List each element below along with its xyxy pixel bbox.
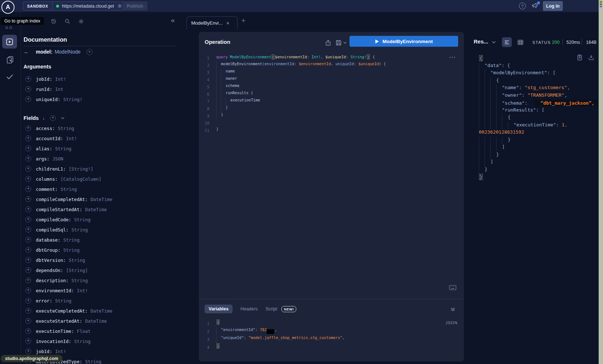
field-row[interactable]: +compileCompletedAt:DateTime bbox=[21, 194, 180, 204]
field-name: alias: bbox=[36, 146, 52, 151]
share-operation-icon[interactable] bbox=[325, 39, 331, 46]
tab-close-icon[interactable]: × bbox=[226, 20, 230, 26]
endpoint-url-input[interactable]: https://metadata.cloud.get bbox=[62, 4, 114, 9]
operation-editor[interactable]: 1query ModelByEnvironment($environmentId… bbox=[201, 54, 386, 134]
keyboard-shortcuts-icon[interactable] bbox=[449, 285, 456, 290]
field-type-link[interactable]: ModelNode bbox=[55, 49, 81, 55]
response-dropdown[interactable]: Res... bbox=[474, 38, 488, 45]
view-table-toggle[interactable] bbox=[517, 39, 524, 46]
field-type: String bbox=[74, 217, 91, 222]
field-row[interactable]: +comment:String bbox=[21, 184, 180, 194]
collapse-variables-icon[interactable] bbox=[451, 307, 455, 311]
add-to-query-icon[interactable]: + bbox=[25, 247, 31, 253]
add-to-query-icon[interactable]: + bbox=[25, 298, 31, 304]
field-row[interactable]: +dbtGroup:String bbox=[21, 245, 180, 255]
add-to-query-icon[interactable]: + bbox=[87, 49, 93, 55]
add-to-query-icon[interactable]: + bbox=[25, 257, 31, 263]
login-button[interactable]: Log in bbox=[543, 1, 563, 11]
tab-variables[interactable]: Variables bbox=[205, 305, 233, 313]
field-row[interactable]: +jobId:Int! bbox=[21, 74, 180, 84]
field-row[interactable]: +columns:[CatalogColumn] bbox=[21, 174, 180, 184]
new-tab-button[interactable]: + bbox=[241, 17, 246, 24]
add-to-query-icon[interactable]: + bbox=[25, 125, 31, 131]
add-to-query-icon[interactable]: + bbox=[25, 186, 31, 192]
sidebar-item-checks[interactable] bbox=[5, 72, 14, 81]
field-row[interactable]: +access:String bbox=[21, 123, 180, 133]
add-to-query-icon[interactable]: + bbox=[25, 267, 31, 273]
tab-headers[interactable]: Headers bbox=[240, 306, 257, 311]
add-to-query-icon[interactable]: + bbox=[25, 338, 31, 344]
add-to-query-icon[interactable]: + bbox=[25, 176, 31, 182]
operation-menu-icon[interactable]: ⋯ bbox=[449, 53, 456, 61]
graph-endpoint-box[interactable]: SANDBOX https://metadata.cloud.get bbox=[23, 1, 126, 11]
add-to-query-icon[interactable]: + bbox=[25, 308, 31, 314]
add-to-query-icon[interactable]: + bbox=[25, 206, 31, 212]
field-name: description: bbox=[36, 278, 68, 283]
field-row[interactable]: +alias:String bbox=[21, 143, 180, 154]
field-row[interactable]: +runId:Int bbox=[21, 84, 180, 94]
field-row[interactable]: +invocationId:String bbox=[21, 336, 180, 346]
field-row[interactable]: +description:String bbox=[21, 275, 180, 285]
back-arrow-icon[interactable]: ← bbox=[24, 49, 29, 55]
variables-editor[interactable]: 1{2"environmentId": 782,3"uniqueId": "mo… bbox=[201, 319, 344, 351]
history-icon[interactable] bbox=[51, 18, 56, 24]
sidebar-item-explorer[interactable] bbox=[2, 35, 17, 49]
add-to-query-icon[interactable]: + bbox=[25, 227, 31, 233]
field-row[interactable]: +compiledSql:String bbox=[21, 225, 180, 235]
add-to-query-icon[interactable]: + bbox=[25, 288, 31, 293]
tab-modelbyenvironment[interactable]: ModelByEnvi... × bbox=[187, 16, 238, 29]
field-row[interactable]: +dependsOn:[String] bbox=[21, 265, 180, 275]
view-json-toggle[interactable] bbox=[502, 37, 512, 47]
field-row[interactable]: +database:String bbox=[21, 235, 180, 245]
add-to-query-icon[interactable]: + bbox=[25, 277, 31, 283]
add-to-query-icon[interactable]: + bbox=[25, 348, 31, 354]
response-chevron-icon[interactable] bbox=[492, 41, 496, 43]
run-operation-button[interactable]: ModelByEnvironment bbox=[349, 36, 458, 47]
add-to-query-icon[interactable]: + bbox=[25, 86, 31, 92]
add-to-query-icon[interactable]: + bbox=[25, 156, 31, 162]
help-icon[interactable]: ? bbox=[519, 3, 526, 9]
announcements-megaphone-icon[interactable] bbox=[531, 2, 540, 10]
field-row[interactable]: +executeCompletedAt:DateTime bbox=[21, 306, 180, 316]
add-to-query-icon[interactable]: + bbox=[25, 96, 31, 102]
sidebar-item-operation-collections[interactable] bbox=[6, 55, 14, 64]
field-row[interactable]: +compiledCode:String bbox=[21, 214, 180, 225]
field-row[interactable]: +accountId:Int! bbox=[21, 133, 180, 143]
add-to-query-icon[interactable]: + bbox=[25, 166, 31, 172]
collapse-sidebar-icon[interactable]: « bbox=[171, 17, 175, 24]
field-row[interactable]: +compileStartedAt:DateTime bbox=[21, 204, 180, 214]
field-row[interactable]: +executionTime:Float bbox=[21, 326, 180, 336]
add-all-fields-icon[interactable]: + bbox=[50, 115, 56, 121]
graph-index-icon[interactable] bbox=[5, 26, 8, 29]
add-to-query-icon[interactable]: + bbox=[25, 318, 31, 324]
add-to-query-icon[interactable]: + bbox=[25, 196, 31, 202]
field-row[interactable]: +args:JSON bbox=[21, 154, 180, 164]
chevron-down-icon[interactable] bbox=[61, 117, 64, 119]
sort-fields-icon[interactable]: ↓ bbox=[42, 115, 45, 121]
field-name: args: bbox=[36, 156, 50, 162]
add-to-query-icon[interactable]: + bbox=[25, 217, 31, 222]
save-operation-icon[interactable] bbox=[335, 39, 342, 46]
field-row[interactable]: +childrenL1:[String!] bbox=[21, 164, 180, 174]
arguments-list: +jobId:Int!+runId:Int+uniqueId:String! bbox=[21, 74, 180, 104]
field-row[interactable]: +executeStartedAt:DateTime bbox=[21, 316, 180, 326]
add-to-query-icon[interactable]: + bbox=[25, 328, 31, 334]
field-row[interactable]: +dbtVersion:String bbox=[21, 255, 180, 265]
search-icon[interactable] bbox=[64, 18, 70, 24]
settings-gear-icon[interactable] bbox=[78, 18, 84, 24]
add-to-query-icon[interactable]: + bbox=[25, 237, 31, 243]
field-row[interactable]: +uniqueId:String! bbox=[21, 94, 180, 104]
tab-script[interactable]: Script bbox=[265, 306, 277, 311]
graph-index-icon[interactable] bbox=[9, 26, 12, 29]
add-to-query-icon[interactable]: + bbox=[25, 135, 31, 141]
variables-tabbar: Variables Headers Script NEW! bbox=[205, 305, 296, 313]
endpoint-settings-gear-icon[interactable] bbox=[117, 3, 122, 9]
add-to-query-icon[interactable]: + bbox=[25, 76, 31, 82]
add-to-query-icon[interactable]: + bbox=[25, 146, 31, 151]
field-row[interactable]: +environmentId:Int! bbox=[21, 285, 180, 296]
apollo-logo[interactable]: A bbox=[1, 1, 14, 14]
field-name: invocationId: bbox=[36, 339, 71, 344]
field-row[interactable]: +error:String bbox=[21, 296, 180, 306]
save-menu-chevron-icon[interactable] bbox=[343, 42, 347, 44]
publish-button[interactable]: Publish bbox=[122, 1, 147, 11]
